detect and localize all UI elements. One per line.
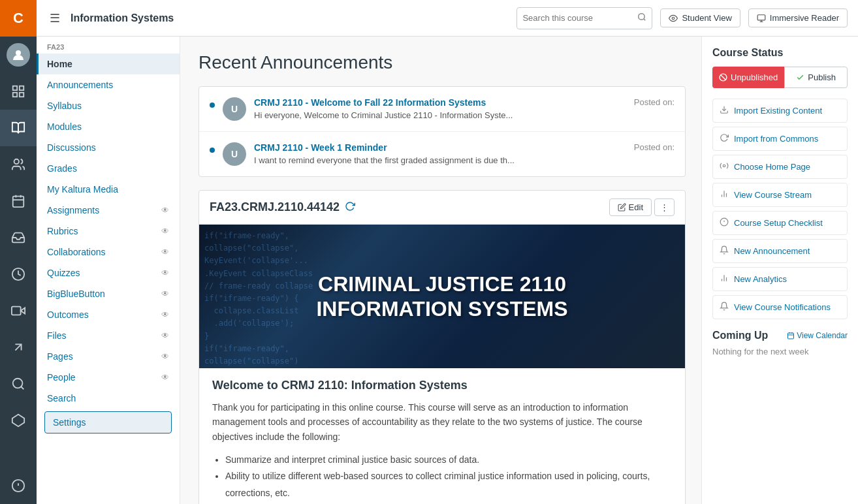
global-nav-item-courses[interactable] bbox=[0, 110, 37, 146]
announcement-body: CRMJ 2110 - Welcome to Fall 22 Informati… bbox=[254, 97, 626, 120]
list-item: Summarize and interpret criminal justice… bbox=[225, 452, 672, 468]
avatar: U bbox=[223, 142, 246, 166]
sidebar-item-home[interactable]: Home bbox=[37, 54, 180, 74]
view-stream-icon bbox=[720, 189, 729, 200]
publish-button[interactable]: Publish bbox=[784, 67, 848, 88]
svg-point-0 bbox=[16, 50, 21, 55]
global-nav-item-info[interactable] bbox=[0, 467, 37, 504]
svg-point-22 bbox=[673, 17, 675, 20]
content-area: FA23 Home Announcements Syllabus Modules… bbox=[37, 37, 858, 504]
coming-up-title: Coming Up bbox=[712, 330, 768, 341]
global-nav-item-history[interactable] bbox=[0, 256, 37, 292]
sidebar-item-collaborations[interactable]: Collaborations 👁 bbox=[37, 242, 180, 262]
sidebar-item-grades[interactable]: Grades bbox=[37, 158, 180, 179]
visibility-icon-quizzes: 👁 bbox=[161, 268, 169, 277]
global-nav-item-search[interactable] bbox=[0, 366, 37, 402]
student-view-button[interactable]: Student View bbox=[660, 8, 740, 27]
announcement-item: U CRMJ 2110 - Week 1 Reminder I want to … bbox=[199, 132, 685, 176]
more-options-button[interactable]: ⋮ bbox=[654, 198, 675, 216]
global-nav-item-network[interactable] bbox=[0, 402, 37, 439]
svg-line-21 bbox=[644, 19, 646, 21]
announcement-title[interactable]: CRMJ 2110 - Welcome to Fall 22 Informati… bbox=[254, 97, 626, 108]
global-nav-item-studio[interactable] bbox=[0, 292, 37, 329]
sidebar-item-settings[interactable]: Settings bbox=[44, 411, 172, 433]
new-announcement-button[interactable]: New Announcement bbox=[712, 239, 848, 263]
search-input[interactable] bbox=[522, 13, 633, 23]
top-header: ☰ Information Systems Student View Immer… bbox=[37, 0, 858, 37]
course-body-intro: Thank you for participating in this onli… bbox=[212, 400, 672, 444]
new-analytics-icon bbox=[720, 274, 729, 285]
visibility-icon-outcomes: 👁 bbox=[161, 310, 169, 319]
sidebar-item-quizzes[interactable]: Quizzes 👁 bbox=[37, 262, 180, 283]
svg-point-5 bbox=[14, 159, 19, 164]
announcement-meta: Posted on: bbox=[634, 97, 675, 107]
global-nav-item-commons[interactable] bbox=[0, 329, 37, 366]
course-section: FA23.CRMJ.2110.44142 Edit ⋮ bbox=[199, 190, 686, 504]
global-nav-item-account[interactable] bbox=[0, 37, 37, 73]
visibility-icon-rubrics: 👁 bbox=[161, 227, 169, 236]
sidebar-item-discussions[interactable]: Discussions bbox=[37, 137, 180, 158]
announcement-body: CRMJ 2110 - Week 1 Reminder I want to re… bbox=[254, 142, 626, 165]
view-notifications-icon bbox=[720, 302, 729, 313]
hamburger-button[interactable]: ☰ bbox=[47, 8, 63, 28]
sidebar-item-syllabus[interactable]: Syllabus bbox=[37, 95, 180, 116]
import-commons-button[interactable]: Import from Commons bbox=[712, 127, 848, 151]
announcement-excerpt: I want to remind everyone that the first… bbox=[254, 155, 626, 165]
svg-rect-6 bbox=[13, 197, 24, 208]
svg-point-29 bbox=[723, 165, 725, 167]
page-title: Recent Announcements bbox=[199, 52, 686, 73]
announcement-title[interactable]: CRMJ 2110 - Week 1 Reminder bbox=[254, 142, 626, 153]
import-commons-icon bbox=[720, 133, 729, 144]
edit-button[interactable]: Edit bbox=[609, 198, 652, 216]
svg-marker-16 bbox=[12, 415, 24, 426]
course-title: Information Systems bbox=[71, 12, 509, 24]
status-buttons: Unpublished Publish bbox=[712, 67, 848, 88]
sidebar-item-bigbluebutton[interactable]: BigBlueButton 👁 bbox=[37, 283, 180, 304]
list-item: Analyze and defend information obtained … bbox=[225, 501, 672, 504]
sidebar-item-files[interactable]: Files 👁 bbox=[37, 325, 180, 346]
sidebar-item-search[interactable]: Search bbox=[37, 388, 180, 409]
svg-point-14 bbox=[13, 379, 23, 388]
immersive-reader-button[interactable]: Immersive Reader bbox=[748, 8, 848, 27]
new-analytics-button[interactable]: New Analytics bbox=[712, 267, 848, 291]
choose-home-icon bbox=[720, 161, 729, 172]
sidebar-item-modules[interactable]: Modules bbox=[37, 116, 180, 137]
sidebar-item-outcomes[interactable]: Outcomes 👁 bbox=[37, 304, 180, 325]
setup-checklist-button[interactable]: Course Setup Checklist bbox=[712, 211, 848, 235]
course-status-title: Course Status bbox=[712, 47, 848, 59]
nothing-text: Nothing for the next week bbox=[712, 347, 848, 356]
sidebar-item-announcements[interactable]: Announcements bbox=[37, 74, 180, 95]
svg-line-27 bbox=[721, 75, 726, 80]
coming-up-header: Coming Up View Calendar bbox=[712, 330, 848, 341]
view-notifications-button[interactable]: View Course Notifications bbox=[712, 295, 848, 319]
svg-point-20 bbox=[639, 14, 644, 20]
announcements-card: U CRMJ 2110 - Welcome to Fall 22 Informa… bbox=[199, 86, 686, 177]
right-sidebar: Course Status Unpublished Publish Import… bbox=[701, 37, 858, 504]
course-objectives-list: Summarize and interpret criminal justice… bbox=[225, 452, 672, 504]
avatar: U bbox=[223, 97, 246, 121]
svg-marker-11 bbox=[21, 307, 25, 313]
search-icon bbox=[637, 12, 646, 24]
global-nav-item-groups[interactable] bbox=[0, 146, 37, 183]
view-stream-button[interactable]: View Course Stream bbox=[712, 183, 848, 207]
visibility-icon-files: 👁 bbox=[161, 331, 169, 340]
sidebar-item-pages[interactable]: Pages 👁 bbox=[37, 346, 180, 367]
import-content-icon bbox=[720, 105, 729, 116]
hero-text-overlay: CRIMINAL JUSTICE 2110INFORMATION SYSTEMS bbox=[303, 259, 580, 335]
sidebar-item-people[interactable]: People 👁 bbox=[37, 367, 180, 388]
choose-home-button[interactable]: Choose Home Page bbox=[712, 155, 848, 179]
visibility-icon-pages: 👁 bbox=[161, 352, 169, 361]
global-nav-item-dashboard[interactable] bbox=[0, 73, 37, 110]
global-nav-logo[interactable]: C bbox=[0, 0, 37, 37]
visibility-icon-people: 👁 bbox=[161, 373, 169, 382]
global-nav-item-calendar[interactable] bbox=[0, 183, 37, 219]
global-nav-item-inbox[interactable] bbox=[0, 219, 37, 256]
sidebar-item-kaltura[interactable]: My Kaltura Media bbox=[37, 179, 180, 200]
import-content-button[interactable]: Import Existing Content bbox=[712, 99, 848, 123]
unpublished-button[interactable]: Unpublished bbox=[712, 67, 784, 88]
sidebar-item-assignments[interactable]: Assignments 👁 bbox=[37, 200, 180, 221]
svg-rect-3 bbox=[13, 93, 17, 97]
view-calendar-link[interactable]: View Calendar bbox=[787, 331, 848, 340]
svg-line-13 bbox=[15, 344, 21, 350]
sidebar-item-rubrics[interactable]: Rubrics 👁 bbox=[37, 221, 180, 242]
